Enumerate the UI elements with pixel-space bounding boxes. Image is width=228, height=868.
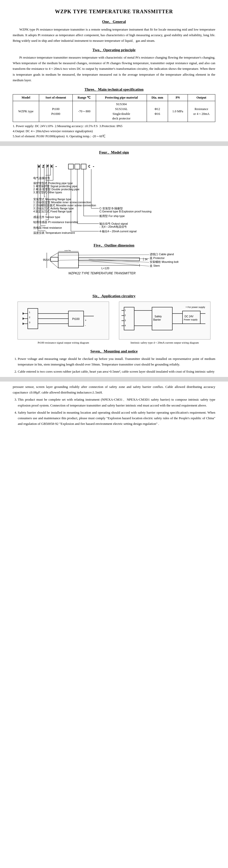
cell-output: Resistanceor 4～20mA (188, 101, 215, 122)
cell-model: WZPK type (13, 101, 39, 122)
svg-point-78 (23, 323, 24, 325)
svg-text:21/42: 21/42 (65, 250, 71, 251)
svg-line-51 (50, 261, 58, 268)
svg-text:DC 24V: DC 24V (185, 315, 193, 318)
svg-text:3: 3 (29, 321, 30, 324)
cell-sort: Pt100Pt1000 (39, 101, 72, 122)
svg-text:Power supply: Power supply (184, 318, 198, 321)
notice-list-cont: This product must be complete set with r… (13, 397, 215, 426)
outline-svg: 95/147 21/42 L+120 34 进线口 Cable gland 盖 … (43, 250, 185, 289)
circuit-left-svg: Pt100 + - 1 2 3 (23, 303, 104, 337)
svg-text:C -: C - (88, 164, 94, 168)
svg-text:2: 2 (29, 316, 30, 319)
svg-text:输出信号 Output signal: 输出信号 Output signal (100, 222, 128, 225)
svg-text:安装型式 Mounting flange type: 安装型式 Mounting flange type (33, 198, 71, 201)
model-sign-svg: W Z P K - C - (33, 157, 195, 239)
section-seven: Seven、Mounting and notice Power voltage … (13, 348, 215, 375)
svg-text:Barrier: Barrier (153, 318, 161, 321)
notice-item-3: This product must be complete set with r… (18, 397, 215, 408)
circuit-right-svg: 1 2 3 4 Safety Barrier (121, 303, 208, 337)
outline-dimension-diagram: 95/147 21/42 L+120 34 进线口 Cable gland 盖 … (13, 250, 215, 289)
cell-range: -70～800 (73, 101, 96, 122)
svg-text:1: 1 (29, 311, 30, 313)
circuit-right: 1 2 3 4 Safety Barrier (119, 302, 211, 345)
svg-text:安装螺栓 Mounting bolt: 安装螺栓 Mounting bolt (150, 260, 179, 264)
svg-text:3: 3 (124, 319, 126, 322)
svg-text:4: 4 (124, 324, 126, 327)
svg-text:Safety: Safety (155, 315, 162, 318)
spec-table: Model Sort of element Range ℃ Protecting… (13, 94, 215, 122)
section-five: Five、Outline dimension 95/147 21/42 (13, 243, 215, 290)
col-sort: Sort of element (39, 94, 72, 101)
svg-text:-: - (85, 324, 86, 327)
spec-notes: 1. Power supply: DC 24V±10% 2.Measuring … (13, 124, 215, 139)
circuit-container: Pt100 + - 1 2 3 Pt100 resistance signal … (13, 302, 215, 345)
circuit-left: Pt100 + - 1 2 3 Pt100 resistance signal … (17, 302, 109, 345)
circuit-right-box: 1 2 3 4 Safety Barrier (119, 302, 211, 340)
section-three-title: Three、Main technical specification (13, 87, 215, 92)
page-break-2 (0, 377, 228, 381)
model-sign-diagram: W Z P K - C - (13, 157, 215, 239)
svg-text:1: 1 (124, 309, 126, 311)
svg-text:温度仪表 Temperature instrument: 温度仪表 Temperature instrument (33, 231, 75, 234)
note-3: 5.Sort of element: Pt100/ Pt1000(option)… (13, 134, 215, 139)
note-2: 4.Output: DC 4～20mA(two wires)or resista… (13, 129, 215, 134)
section-one: One、General WZPK type Pt resistance temp… (13, 19, 215, 43)
section-six: Six、Application circuitry (13, 293, 215, 345)
cell-dia: Φ12Φ16 (147, 101, 168, 122)
svg-text:热电阻 Heat resistance: 热电阻 Heat resistance (33, 226, 62, 229)
section-one-title: One、General (13, 19, 215, 25)
notice-item-4: Safety barrier should be installed in mo… (18, 410, 215, 427)
svg-text:2: 2 (124, 314, 126, 317)
section-three: Three、Main technical specification Model… (13, 87, 215, 139)
svg-text:3 其它型式  Other types: 3 其它型式 Other types (33, 191, 62, 194)
svg-text:进线口 Cable gland: 进线口 Cable gland (150, 253, 174, 256)
svg-line-67 (58, 255, 149, 255)
svg-text:铂用传感器 Pt resistance transmitte: 铂用传感器 Pt resistance transmitter (33, 221, 78, 224)
svg-line-50 (50, 253, 58, 257)
col-model: Model (13, 94, 39, 101)
section-four-title: Four、Model sign (13, 150, 215, 155)
col-dia: Dia. mm (147, 94, 168, 101)
svg-text:2 单16 双管型 Double protecting pi: 2 单16 双管型 Double protecting pipe (33, 188, 80, 191)
svg-text:4 固定法兰式 Fixed flange type: 4 固定法兰式 Fixed flange type (33, 210, 72, 213)
section-two-title: Two、Operating principle (13, 47, 215, 53)
section-seven-title: Seven、Mounting and notice (13, 348, 215, 354)
col-output: Output (188, 94, 215, 101)
svg-rect-3 (81, 164, 86, 169)
svg-rect-1 (68, 164, 73, 169)
circuit-left-label: Pt100 resistance signal output wiring di… (17, 341, 109, 345)
section-four: Four、Model sign W Z P K - C - (13, 150, 215, 239)
svg-text:盖 Protector: 盖 Protector (150, 256, 165, 259)
cell-pn: 1.0 MPa (168, 101, 188, 122)
svg-text:2 活动螺纹连接式 Movable outer screw : 2 活动螺纹连接式 Movable outer screw connection (33, 204, 96, 207)
svg-text:+: + (85, 319, 86, 322)
svg-text:C:General type  B:Explosion pr: C:General type B:Explosion proof housing (100, 210, 151, 213)
section-one-body: WZPK type Pt resistance temperature tran… (13, 27, 215, 43)
svg-text:WZPK22 TYPE TEMPERATURE TRANSM: WZPK22 TYPE TEMPERATURE TRANSMITTER (68, 272, 136, 275)
svg-point-77 (23, 318, 24, 320)
page-title: WZPK TYPE TEMPERATURE TRANSMITTER (13, 8, 215, 15)
svg-text:Pt100: Pt100 (72, 317, 80, 320)
svg-rect-2 (75, 164, 80, 169)
svg-text:感温元件 Sensor type: 感温元件 Sensor type (33, 215, 60, 219)
svg-text:L+120: L+120 (102, 267, 109, 270)
notice-item-1: Power voltage and measuring range should… (18, 356, 215, 367)
section-two-body: Pt resistance temperature transmitter me… (13, 55, 215, 83)
section-five-title: Five、Outline dimension (13, 243, 215, 248)
cell-protecting: SUS304SUS316LSingle/doubledeck protector (96, 101, 147, 122)
col-pn: PN (168, 94, 188, 101)
svg-text:34: 34 (145, 258, 148, 261)
continuation-text: pressure sensor, screen layer grounding … (13, 384, 215, 427)
svg-text:W Z P K -: W Z P K - (38, 164, 57, 168)
svg-text:盒 Stem: 盒 Stem (150, 264, 160, 267)
svg-text:4-输出4～20mA current signal: 4-输出4～20mA current signal (100, 230, 137, 233)
svg-text:- 无4～20mA电流信号: - 无4～20mA电流信号 (100, 225, 127, 228)
note-1: 1. Power supply: DC 24V±10% 2.Measuring … (13, 124, 215, 129)
svg-text:+ For power supply: + For power supply (186, 306, 205, 308)
notice-list: Power voltage and measuring range should… (13, 356, 215, 374)
svg-text:保护管型式 Protecting pipe type: 保护管型式 Protecting pipe type (33, 182, 73, 185)
section-two: Two、Operating principle Pt resistance te… (13, 47, 215, 83)
continuation-para-1: pressure sensor, screen layer grounding … (13, 384, 215, 395)
notice-item-2: Cable entered is two cores screen rubber… (18, 369, 215, 374)
